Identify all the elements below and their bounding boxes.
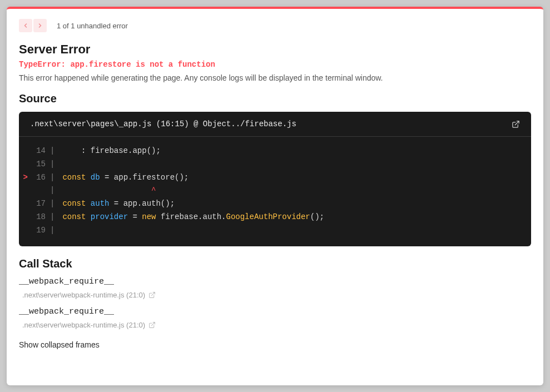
code-location: .next\server\pages\_app.js (16:15) @ Obj…	[30, 120, 296, 128]
stack-frame: __webpack_require__.next\server\webpack-…	[19, 307, 531, 329]
stack-frame-location: .next\server\webpack-runtime.js (21:0)	[19, 291, 531, 299]
open-in-editor-button[interactable]	[148, 321, 156, 329]
code-frame-header: .next\server\pages\_app.js (16:15) @ Obj…	[19, 112, 531, 137]
callstack-list: __webpack_require__.next\server\webpack-…	[19, 277, 531, 329]
show-collapsed-frames-button[interactable]: Show collapsed frames	[19, 340, 100, 349]
error-message: TypeError: app.firestore is not a functi…	[19, 60, 531, 69]
code-line: >16|const db = app.firestore();	[19, 171, 531, 185]
next-error-button[interactable]	[33, 19, 47, 32]
code-frame: .next\server\pages\_app.js (16:15) @ Obj…	[19, 112, 531, 246]
stack-frame-path: .next\server\webpack-runtime.js (21:0)	[22, 321, 145, 329]
external-link-icon	[148, 291, 156, 299]
stack-frame-path: .next\server\webpack-runtime.js (21:0)	[22, 291, 145, 299]
external-link-icon	[148, 321, 156, 329]
code-body: 14| : firebase.app();15|>16|const db = a…	[19, 137, 531, 246]
code-line: 18|const provider = new firebase.auth.Go…	[19, 211, 531, 224]
stack-frame-function: __webpack_require__	[19, 277, 531, 286]
nav-arrow-group	[19, 19, 47, 32]
source-heading: Source	[19, 92, 531, 105]
error-nav: 1 of 1 unhandled error	[19, 19, 531, 32]
stack-frame-location: .next\server\webpack-runtime.js (21:0)	[19, 321, 531, 329]
error-counter: 1 of 1 unhandled error	[57, 22, 128, 30]
code-line: 17|const auth = app.auth();	[19, 197, 531, 211]
code-line: 15|	[19, 158, 531, 171]
open-in-editor-button[interactable]	[148, 291, 156, 299]
stack-frame-function: __webpack_require__	[19, 307, 531, 316]
stack-frame: __webpack_require__.next\server\webpack-…	[19, 277, 531, 299]
external-link-icon	[512, 120, 520, 128]
error-title: Server Error	[19, 42, 531, 57]
error-overlay: 1 of 1 unhandled error Server Error Type…	[7, 7, 543, 385]
code-line: 19|	[19, 224, 531, 237]
chevron-left-icon	[22, 22, 29, 29]
svg-line-1	[152, 292, 155, 295]
svg-line-2	[152, 322, 155, 325]
code-line: 14| : firebase.app();	[19, 145, 531, 158]
callstack-heading: Call Stack	[19, 257, 531, 270]
code-line: | ^	[19, 184, 531, 197]
chevron-right-icon	[37, 22, 43, 29]
error-description: This error happened while generating the…	[19, 73, 531, 82]
prev-error-button[interactable]	[19, 19, 32, 32]
open-in-editor-button[interactable]	[512, 120, 520, 128]
svg-line-0	[515, 121, 519, 125]
